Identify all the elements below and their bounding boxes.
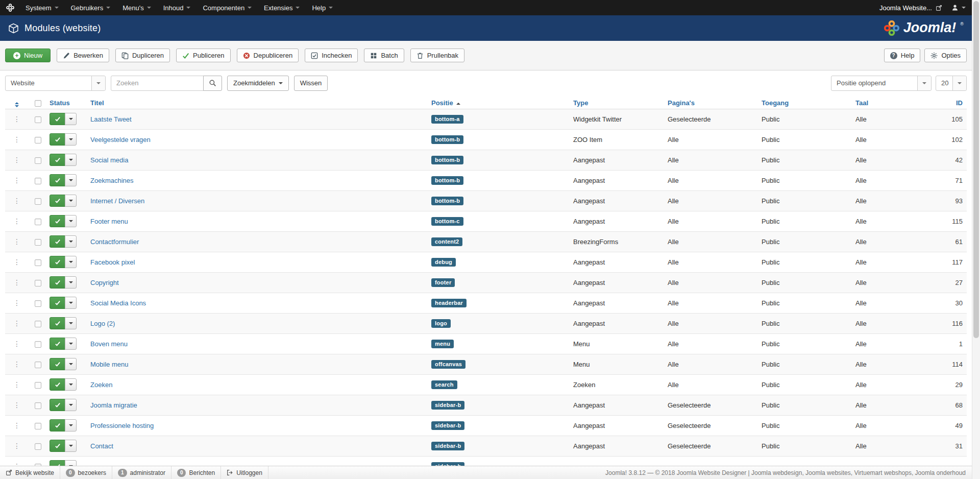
column-header-type[interactable]: Type (573, 99, 588, 107)
status-published-button[interactable] (50, 419, 65, 432)
status-dropdown-button[interactable] (65, 235, 77, 248)
help-button[interactable]: ? Help (884, 49, 921, 62)
status-dropdown-button[interactable] (65, 256, 77, 268)
status-published-button[interactable] (50, 276, 65, 289)
drag-handle-icon[interactable]: ⋮ (13, 380, 20, 389)
clear-button[interactable]: Wissen (294, 76, 328, 91)
column-header-status[interactable]: Status (50, 99, 70, 107)
status-published-button[interactable] (50, 174, 65, 186)
row-checkbox[interactable] (35, 116, 41, 123)
row-checkbox[interactable] (35, 157, 41, 164)
search-input[interactable] (111, 76, 204, 91)
checkin-button[interactable]: Inchecken (305, 49, 358, 62)
drag-handle-icon[interactable]: ⋮ (13, 237, 20, 246)
status-dropdown-button[interactable] (65, 113, 77, 125)
status-dropdown-button[interactable] (65, 133, 77, 146)
row-checkbox[interactable] (35, 137, 41, 143)
column-header-paginas[interactable]: Pagina's (668, 99, 695, 107)
menu-inhoud[interactable]: Inhoud (157, 0, 197, 15)
drag-handle-icon[interactable]: ⋮ (13, 299, 20, 307)
row-checkbox[interactable] (35, 423, 41, 429)
drag-handle-icon[interactable]: ⋮ (13, 258, 20, 266)
column-header-id[interactable]: ID (956, 99, 963, 107)
row-checkbox[interactable] (35, 280, 41, 286)
status-dropdown-button[interactable] (65, 399, 77, 411)
list-limit-select[interactable]: 20 (936, 76, 967, 91)
menu-gebruikers[interactable]: Gebruikers (65, 0, 117, 15)
row-checkbox[interactable] (35, 239, 41, 246)
messages-link[interactable]: 0 Berichten (172, 466, 221, 479)
joomla-brand-icon[interactable] (6, 4, 14, 12)
status-published-button[interactable] (50, 256, 65, 268)
drag-handle-icon[interactable]: ⋮ (13, 115, 20, 123)
administrators-link[interactable]: 1 administrator (112, 466, 172, 479)
status-published-button[interactable] (50, 358, 65, 370)
module-title-link[interactable]: Facebook pixel (90, 258, 135, 266)
menu-help[interactable]: Help (306, 0, 339, 15)
status-published-button[interactable] (50, 338, 65, 350)
user-menu[interactable] (951, 4, 966, 11)
row-checkbox[interactable] (35, 300, 41, 307)
status-dropdown-button[interactable] (65, 317, 77, 329)
column-header-titel[interactable]: Titel (90, 99, 104, 107)
drag-handle-icon[interactable]: ⋮ (13, 319, 20, 327)
row-checkbox[interactable] (35, 198, 41, 205)
status-published-button[interactable] (50, 133, 65, 146)
row-checkbox[interactable] (35, 259, 41, 266)
status-published-button[interactable] (50, 195, 65, 207)
status-published-button[interactable] (50, 297, 65, 309)
module-title-link[interactable]: Boven menu (90, 340, 128, 348)
status-published-button[interactable] (50, 378, 65, 391)
new-button[interactable]: + Nieuw (5, 49, 51, 62)
publish-button[interactable]: Publiceren (176, 49, 230, 62)
drag-handle-icon[interactable]: ⋮ (13, 360, 20, 368)
status-dropdown-button[interactable] (65, 195, 77, 207)
module-title-link[interactable]: Contactformulier (90, 238, 139, 246)
status-dropdown-button[interactable] (65, 276, 77, 289)
module-title-link[interactable]: Footer menu (90, 218, 128, 225)
drag-handle-icon[interactable]: ⋮ (13, 421, 20, 429)
module-title-link[interactable]: Copyright (90, 279, 119, 286)
status-dropdown-button[interactable] (65, 419, 77, 432)
drag-handle-icon[interactable]: ⋮ (13, 442, 20, 450)
sort-order-select[interactable]: Positie oplopend (831, 76, 932, 91)
duplicate-button[interactable]: Dupliceren (115, 49, 170, 62)
row-checkbox[interactable] (35, 443, 41, 450)
drag-handle-icon[interactable]: ⋮ (13, 340, 20, 348)
column-header-toegang[interactable]: Toegang (762, 99, 789, 107)
status-dropdown-button[interactable] (65, 215, 77, 227)
status-published-button[interactable] (50, 235, 65, 248)
search-tools-button[interactable]: Zoekmiddelen (227, 76, 289, 91)
column-header-positie[interactable]: Positie (431, 99, 460, 107)
status-dropdown-button[interactable] (65, 338, 77, 350)
module-title-link[interactable]: Logo (2) (90, 320, 115, 327)
status-published-button[interactable] (50, 317, 65, 329)
status-published-button[interactable] (50, 215, 65, 227)
status-dropdown-button[interactable] (65, 154, 77, 166)
row-checkbox[interactable] (35, 382, 41, 389)
logout-link[interactable]: Uitloggen (221, 466, 268, 479)
menu-componenten[interactable]: Componenten (197, 0, 258, 15)
status-published-button[interactable] (50, 440, 65, 452)
drag-handle-icon[interactable]: ⋮ (13, 401, 20, 409)
client-filter-select[interactable]: Website (5, 76, 106, 91)
row-checkbox[interactable] (35, 321, 41, 327)
row-checkbox[interactable] (35, 341, 41, 348)
site-preview-link[interactable]: Joomla Website... (879, 4, 942, 12)
drag-handle-icon[interactable]: ⋮ (13, 197, 20, 205)
module-title-link[interactable]: Zoeken (90, 381, 112, 389)
row-checkbox[interactable] (35, 402, 41, 409)
menu-systeem[interactable]: Systeem (19, 0, 65, 15)
row-checkbox[interactable] (35, 219, 41, 225)
module-title-link[interactable]: Zoekmachines (90, 177, 134, 184)
menu-menus[interactable]: Menu's (116, 0, 157, 15)
module-title-link[interactable]: Professionele hosting (90, 422, 154, 429)
module-title-link[interactable]: Contact (90, 442, 113, 450)
edit-button[interactable]: Bewerken (57, 49, 109, 62)
status-published-button[interactable] (50, 113, 65, 125)
select-all-checkbox[interactable] (35, 100, 41, 107)
view-site-link[interactable]: Bekijk website (0, 466, 60, 479)
trash-button[interactable]: Prullenbak (410, 49, 464, 62)
drag-handle-icon[interactable]: ⋮ (13, 176, 20, 184)
column-header-taal[interactable]: Taal (855, 99, 868, 107)
